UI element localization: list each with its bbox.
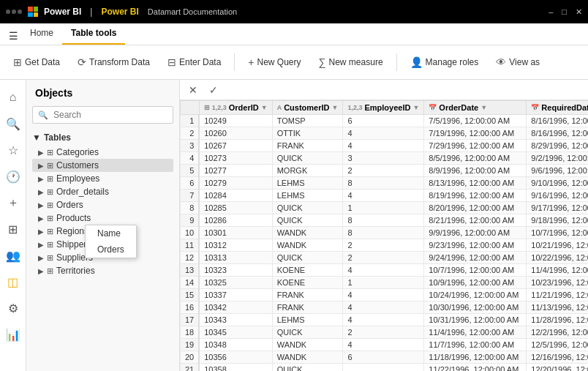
hamburger-icon[interactable]: ☰ <box>6 27 21 45</box>
search-box: 🔍 <box>32 106 173 124</box>
main-layout: ⌂ 🔍 ☆ 🕐 ＋ ⊞ 👥 ◫ ⚙ 📊 Objects 🔍 ▼ Tables ▶… <box>0 80 588 371</box>
expand-icon: ▶ <box>38 254 44 262</box>
table-row[interactable]: 1810345QUICK211/4/1996, 12:00:00 AM12/2/… <box>181 326 589 339</box>
tooltip-item-orders[interactable]: Orders <box>86 241 136 258</box>
table-item-customers[interactable]: ▶ ⊞ Customers <box>32 159 173 172</box>
nav-apps-icon[interactable]: ⊞ <box>1 217 25 241</box>
table-row[interactable]: 1510337FRANK410/24/1996, 12:00:00 AM11/2… <box>181 289 589 301</box>
tab-home[interactable]: Home <box>21 23 62 45</box>
table-cell: 6 <box>343 115 424 127</box>
table-cell: 10/31/1996, 12:00:00 AM <box>424 314 527 326</box>
table-cell: 9/16/1996, 12:00:00 AM <box>527 190 588 202</box>
col-header-orderdate[interactable]: 📅 OrderDate ▼ <box>424 101 527 115</box>
get-data-label: Get Data <box>25 57 60 67</box>
table-row[interactable]: 810285QUICK18/20/1996, 12:00:00 AM9/17/1… <box>181 202 589 214</box>
table-cell: 6 <box>343 351 424 364</box>
table-name: Employees <box>56 173 99 184</box>
get-data-button[interactable]: ⊞ Get Data <box>6 49 67 75</box>
nav-data-icon[interactable]: ◫ <box>1 270 25 293</box>
table-row[interactable]: 1110312WANDK29/23/1996, 12:00:00 AM10/21… <box>181 239 589 252</box>
table-cell: 11/18/1996, 12:00:00 AM <box>424 351 527 364</box>
table-cell: FRANK <box>272 289 343 301</box>
ribbon-tabs: ☰ Home Table tools <box>0 23 588 45</box>
expand-icon: ▶ <box>38 162 44 170</box>
table-cell: 11/4/1996, 12:00:00 AM <box>424 326 527 339</box>
nav-settings-icon[interactable]: ⚙ <box>1 296 25 320</box>
table-row[interactable]: 910286QUICK88/21/1996, 12:00:00 AM9/18/1… <box>181 214 589 227</box>
new-measure-button[interactable]: ∑ New measure <box>312 49 391 75</box>
enter-data-button[interactable]: ⊟ Enter Data <box>160 49 228 75</box>
close-button[interactable]: ✕ <box>576 7 582 17</box>
table-item-territories[interactable]: ▶ ⊞ Territories <box>32 264 173 277</box>
row-number: 15 <box>181 289 200 301</box>
table-row[interactable]: 2110358QUICK11/22/1996, 12:00:00 AM12/20… <box>181 364 589 372</box>
tab-table-tools[interactable]: Table tools <box>62 23 125 45</box>
table-cell: 10/24/1996, 12:00:00 AM <box>424 289 527 301</box>
col-header-requireddate[interactable]: 📅 RequiredDate ▼ <box>527 101 588 115</box>
table-cell: 7/19/1996, 12:00:00 AM <box>424 127 527 140</box>
tooltip-item-name[interactable]: Name <box>86 225 136 241</box>
table-cell: FRANK <box>272 140 343 152</box>
tables-header[interactable]: ▼ Tables <box>32 130 173 146</box>
table-cell: QUICK <box>272 252 343 264</box>
table-cell: 10286 <box>199 214 272 227</box>
maximize-button[interactable]: □ <box>562 7 567 17</box>
table-cell: 9/18/1996, 12:00:00 AM <box>527 214 588 227</box>
table-item-order-details[interactable]: ▶ ⊞ Order_details <box>32 185 173 198</box>
transform-data-button[interactable]: ⟳ Transform Data <box>70 49 157 75</box>
expand-icon: ▶ <box>38 214 44 222</box>
nav-add-icon[interactable]: ＋ <box>1 191 25 214</box>
table-icon: ⊞ <box>47 214 53 223</box>
row-number: 20 <box>181 351 200 364</box>
search-input[interactable] <box>32 106 173 124</box>
table-row[interactable]: 1410325KOENE110/9/1996, 12:00:00 AM10/23… <box>181 277 589 289</box>
table-cell: MORGK <box>272 165 343 177</box>
col-header-orderid[interactable]: ⊞ 1,2,3 OrderID ▼ <box>199 101 272 115</box>
nav-clock-icon[interactable]: 🕐 <box>1 165 25 188</box>
table-row[interactable]: 510277MORGK28/9/1996, 12:00:00 AM9/6/199… <box>181 165 589 177</box>
table-cell: 7/5/1996, 12:00:00 AM <box>424 115 527 127</box>
separator-1 <box>234 53 235 71</box>
confirm-button[interactable]: ✓ <box>206 83 221 97</box>
manage-roles-button[interactable]: 👤 Manage roles <box>403 49 486 75</box>
table-row[interactable]: 210260OTTIK47/19/1996, 12:00:00 AM8/16/1… <box>181 127 589 140</box>
row-number: 8 <box>181 202 200 214</box>
minimize-button[interactable]: – <box>549 7 553 17</box>
new-query-button[interactable]: + New Query <box>241 49 308 75</box>
table-row[interactable]: 310267FRANK47/29/1996, 12:00:00 AM8/29/1… <box>181 140 589 152</box>
nav-users-icon[interactable]: 👥 <box>1 244 25 267</box>
col-header-employeeid[interactable]: 1,2,3 EmployeeID ▼ <box>343 101 424 115</box>
table-row[interactable]: 1210313QUICK29/24/1996, 12:00:00 AM10/22… <box>181 252 589 264</box>
cancel-button[interactable]: ✕ <box>186 83 200 97</box>
data-table-container[interactable]: ⊞ 1,2,3 OrderID ▼ A CustomerID ▼ <box>180 100 588 371</box>
new-query-icon: + <box>248 56 254 68</box>
table-row[interactable]: 610279LEHMS88/13/1996, 12:00:00 AM9/10/1… <box>181 177 589 190</box>
nav-home-icon[interactable]: ⌂ <box>1 86 25 109</box>
table-row[interactable]: 1910348WANDK411/7/1996, 12:00:00 AM12/5/… <box>181 339 589 351</box>
table-cell: 11/21/1996, 12:00:00 AM <box>527 289 588 301</box>
sort-icon: ▼ <box>480 104 487 111</box>
col-header-customerid[interactable]: A CustomerID ▼ <box>272 101 343 115</box>
table-cell: 8/13/1996, 12:00:00 AM <box>424 177 527 190</box>
doc-title: Datamart Documentation <box>148 7 237 16</box>
table-row[interactable]: 710284LEHMS48/19/1996, 12:00:00 AM9/16/1… <box>181 190 589 202</box>
nav-bookmark-icon[interactable]: ☆ <box>1 138 25 162</box>
table-row[interactable]: 2010356WANDK611/18/1996, 12:00:00 AM12/1… <box>181 351 589 364</box>
table-item-employees[interactable]: ▶ ⊞ Employees <box>32 172 173 185</box>
window-dots <box>6 10 22 14</box>
table-row[interactable]: 410273QUICK38/5/1996, 12:00:00 AM9/2/199… <box>181 152 589 165</box>
window-controls[interactable]: – □ ✕ <box>549 7 582 17</box>
nav-search-icon[interactable]: 🔍 <box>1 112 25 135</box>
table-row[interactable]: 1010301WANDK89/9/1996, 12:00:00 AM10/7/1… <box>181 227 589 239</box>
nav-chart-icon[interactable]: 📊 <box>1 323 25 346</box>
table-cell: 11/7/1996, 12:00:00 AM <box>424 339 527 351</box>
table-item-categories[interactable]: ▶ ⊞ Categories <box>32 146 173 159</box>
table-row[interactable]: 1610342FRANK410/30/1996, 12:00:00 AM11/1… <box>181 301 589 314</box>
table-row[interactable]: 110249TOMSP67/5/1996, 12:00:00 AM8/16/19… <box>181 115 589 127</box>
row-number: 12 <box>181 252 200 264</box>
table-item-orders[interactable]: ▶ ⊞ Orders <box>32 198 173 211</box>
table-row[interactable]: 1310323KOENE410/7/1996, 12:00:00 AM11/4/… <box>181 264 589 277</box>
table-item-products[interactable]: ▶ ⊞ Products <box>32 211 173 225</box>
table-row[interactable]: 1710343LEHMS410/31/1996, 12:00:00 AM11/2… <box>181 314 589 326</box>
view-as-button[interactable]: 👁 View as <box>489 49 547 75</box>
